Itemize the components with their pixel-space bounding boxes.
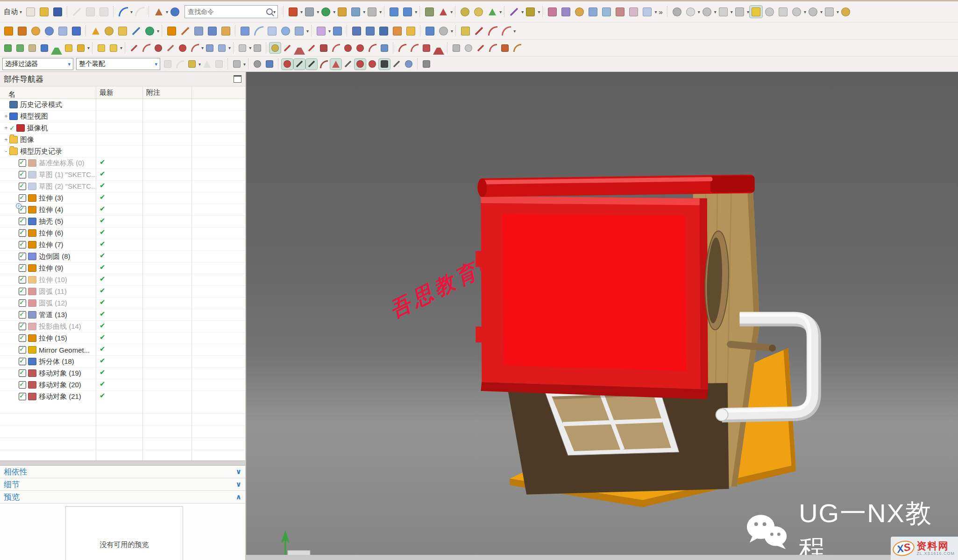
expression-icon[interactable] <box>391 25 404 37</box>
revolved-face-icon[interactable] <box>43 25 56 37</box>
feature-checkbox[interactable] <box>19 264 26 272</box>
feature-checkbox[interactable] <box>19 346 26 354</box>
paint-tool-icon[interactable] <box>459 6 471 18</box>
fillet-arc-1-icon[interactable] <box>397 43 408 53</box>
prev-selection-icon[interactable] <box>174 59 185 70</box>
chevron-down-icon[interactable]: ▾ <box>538 9 540 14</box>
block-display-icon[interactable] <box>823 6 836 18</box>
feature-checkbox[interactable] <box>19 299 26 307</box>
surface-2-icon[interactable] <box>560 6 572 18</box>
point-icon[interactable] <box>377 25 390 37</box>
chevron-down-icon[interactable]: ▾ <box>87 45 90 50</box>
surface-5-icon[interactable] <box>600 6 613 18</box>
revolve-icon[interactable] <box>16 25 28 37</box>
chevron-down-icon[interactable]: ▾ <box>306 28 309 34</box>
column-latest[interactable]: 最新 <box>99 88 114 97</box>
chevron-down-icon[interactable]: ▾ <box>243 62 246 67</box>
layers-icon[interactable] <box>336 6 348 18</box>
roof[interactable] <box>475 196 708 399</box>
datum-plane-icon[interactable] <box>350 25 363 37</box>
feature-checkbox[interactable]: i <box>19 206 26 213</box>
snap-face-icon[interactable] <box>403 59 414 70</box>
dashed-arc-icon[interactable] <box>330 43 341 53</box>
chevron-down-icon[interactable]: ▾ <box>120 45 122 50</box>
layer-list-icon[interactable] <box>14 43 26 53</box>
tree-row[interactable]: 圆弧 (12)✔ <box>0 298 245 309</box>
chevron-down-icon[interactable]: ▾ <box>273 9 276 14</box>
redo-icon[interactable] <box>133 6 146 18</box>
feature-checkbox[interactable] <box>19 334 26 342</box>
panel-float-button[interactable] <box>234 75 241 83</box>
tree-row[interactable]: 移动对象 (19)✔ <box>0 368 245 379</box>
snap-highlight-toggle-icon[interactable] <box>750 6 762 18</box>
tree-row[interactable]: 投影曲线 (14)✔ <box>0 321 245 333</box>
fit-curve-icon[interactable] <box>500 25 512 37</box>
orange-tool-2-icon[interactable] <box>511 43 523 53</box>
chevron-down-icon[interactable]: ▾ <box>698 9 700 14</box>
closed-curve-icon[interactable] <box>177 43 188 53</box>
pattern-array-icon[interactable] <box>116 25 129 37</box>
chevron-down-icon[interactable]: ▾ <box>363 9 365 14</box>
history-free-icon[interactable] <box>437 25 450 37</box>
feature-checkbox[interactable] <box>19 369 26 377</box>
chevron-down-icon[interactable]: ▾ <box>499 9 502 14</box>
save-file-icon[interactable] <box>51 6 64 18</box>
palette-tool-icon[interactable] <box>472 6 485 18</box>
viewport-3d[interactable]: 吾思教育UG <box>246 72 958 560</box>
feature-checkbox[interactable] <box>19 159 26 167</box>
chevron-down-icon[interactable]: ▾ <box>228 45 231 50</box>
plane-curve-2-icon[interactable] <box>216 43 227 53</box>
feature-checkbox[interactable] <box>19 381 26 389</box>
surface-4-icon[interactable] <box>587 6 599 18</box>
chevron-down-icon[interactable]: ▾ <box>130 9 133 14</box>
arc-icon[interactable] <box>141 43 152 53</box>
tree-row[interactable]: 草图 (1) "SKETC...✔ <box>0 169 245 181</box>
chevron-down-icon[interactable]: ▾ <box>837 9 839 14</box>
chevron-down-icon[interactable]: ▾ <box>300 9 303 14</box>
undo-icon[interactable] <box>117 6 129 18</box>
tree-row[interactable]: 拉伸 (15)✔ <box>0 333 245 344</box>
chevron-down-icon[interactable]: ▾ <box>747 9 749 14</box>
gray-tool-2-icon[interactable] <box>463 43 474 53</box>
fillet-arc-2-icon[interactable] <box>409 43 420 53</box>
circle-pair-icon[interactable] <box>342 43 354 53</box>
tree-row[interactable]: 圆弧 (11)✔ <box>0 286 245 298</box>
feature-checkbox[interactable] <box>19 393 26 400</box>
fit-view-icon[interactable] <box>287 6 299 18</box>
blend-edge-icon[interactable] <box>239 25 251 37</box>
shaded-sphere-2-icon[interactable] <box>684 6 697 18</box>
deselect-icon[interactable] <box>201 59 213 70</box>
blank-plane-icon[interactable] <box>237 43 248 53</box>
curve-intersect-icon[interactable] <box>473 25 485 37</box>
tree-row[interactable]: 拉伸 (7)✔ <box>0 239 245 251</box>
surface-1-icon[interactable] <box>546 6 559 18</box>
abc-annotation-icon[interactable] <box>75 43 86 53</box>
body-group-2-icon[interactable] <box>108 43 119 53</box>
tree-row[interactable]: 拉伸 (9)✔ <box>0 262 245 274</box>
chevron-down-icon[interactable]: ▾ <box>521 9 524 14</box>
surface-patch-icon[interactable] <box>379 43 390 53</box>
open-file-icon[interactable] <box>38 6 50 18</box>
tree-row[interactable]: 边倒圆 (8)✔ <box>0 251 245 262</box>
delete-face-icon[interactable] <box>331 25 344 37</box>
snap-curve-icon[interactable] <box>318 59 329 70</box>
thicken-icon[interactable] <box>220 25 232 37</box>
feature-checkbox[interactable] <box>19 311 26 319</box>
mirror-feature-icon[interactable] <box>130 25 142 37</box>
expand-toggle-icon[interactable]: + <box>3 125 9 131</box>
customize-icon[interactable] <box>839 6 852 18</box>
chevron-down-icon[interactable]: ▾ <box>513 28 516 34</box>
user-view-icon[interactable] <box>763 6 776 18</box>
feature-checkbox[interactable] <box>19 253 26 260</box>
chamfer-icon[interactable] <box>252 25 265 37</box>
note-icon[interactable] <box>27 43 38 53</box>
feature-checkbox[interactable] <box>19 218 26 225</box>
snap-endpoint-icon[interactable] <box>294 59 305 70</box>
shaded-sphere-1-icon[interactable] <box>671 6 683 18</box>
layer-stack-icon[interactable] <box>2 43 14 53</box>
chevron-down-icon[interactable]: ▾ <box>820 9 823 14</box>
quick-trim-icon[interactable] <box>433 43 444 53</box>
command-finder-input[interactable] <box>187 7 266 16</box>
suppress-display-icon[interactable] <box>790 6 803 18</box>
column-note[interactable]: 附注 <box>146 88 160 97</box>
